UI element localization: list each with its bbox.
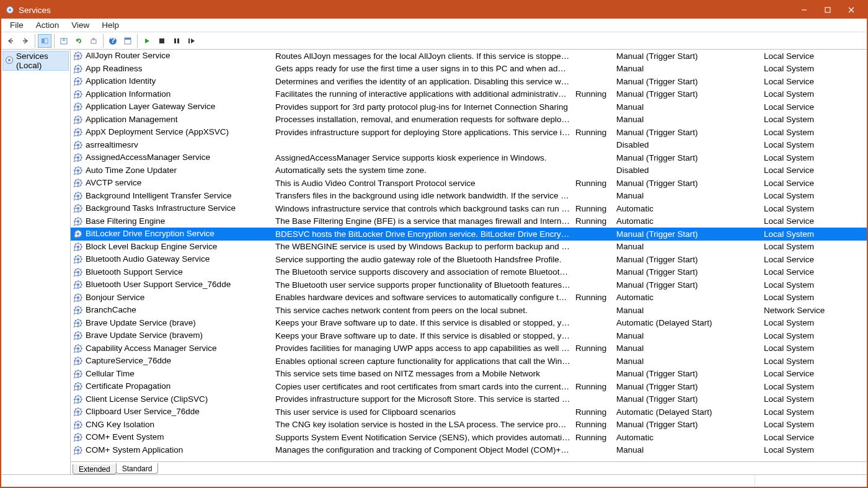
- table-row[interactable]: Client License Service (ClipSVC)Provides…: [71, 393, 867, 406]
- table-row[interactable]: Application ManagementProcesses installa…: [71, 113, 867, 126]
- service-status: Running: [573, 202, 614, 215]
- svg-line-129: [74, 161, 75, 162]
- svg-line-357: [74, 402, 75, 404]
- svg-point-92: [74, 120, 78, 123]
- close-button[interactable]: [839, 2, 863, 17]
- service-description: Keeps your Brave software up to date. If…: [273, 317, 573, 330]
- svg-line-177: [74, 212, 75, 213]
- refresh-button[interactable]: [72, 34, 86, 48]
- menu-help[interactable]: Help: [97, 20, 124, 30]
- table-row[interactable]: Application IdentityDetermines and verif…: [71, 75, 867, 88]
- service-status: [573, 241, 614, 254]
- tree-node-services-local[interactable]: Services (Local): [2, 51, 69, 71]
- service-log-on-as: Local System: [761, 317, 867, 330]
- table-row[interactable]: Auto Time Zone UpdaterAutomatically sets…: [71, 164, 867, 177]
- table-row[interactable]: Base Filtering EngineThe Base Filtering …: [71, 215, 867, 228]
- menu-file[interactable]: File: [5, 20, 29, 30]
- service-log-on-as: Local Service: [761, 215, 867, 228]
- table-row[interactable]: App ReadinessGets apps ready for use the…: [71, 63, 867, 76]
- table-row[interactable]: Background Tasks Infrastructure ServiceW…: [71, 202, 867, 215]
- window-titlebar[interactable]: Services: [1, 1, 867, 19]
- service-description: Provides infrastructure support for depl…: [273, 126, 573, 139]
- service-name: BranchCache: [86, 305, 136, 314]
- tab-extended[interactable]: Extended: [73, 464, 117, 474]
- service-gear-icon: [73, 318, 83, 328]
- table-row[interactable]: CNG Key IsolationThe CNG key isolation s…: [71, 419, 867, 432]
- service-name: COM+ Event System: [86, 432, 164, 441]
- table-row[interactable]: Bluetooth User Support Service_76ddeThe …: [71, 278, 867, 291]
- service-description: Facilitates the running of interactive a…: [273, 88, 573, 101]
- table-row[interactable]: Brave Update Service (bravem)Keeps your …: [71, 329, 867, 342]
- service-gear-icon: [73, 344, 83, 353]
- table-row[interactable]: Bonjour ServiceEnables hardware devices …: [71, 291, 867, 304]
- table-row[interactable]: Bluetooth Support ServiceThe Bluetooth s…: [71, 266, 867, 279]
- export-list-button[interactable]: [57, 34, 71, 48]
- table-row[interactable]: Certificate PropagationCopies user certi…: [71, 380, 867, 393]
- start-service-button[interactable]: [140, 34, 154, 48]
- svg-line-405: [74, 453, 75, 455]
- service-gear-icon: [73, 280, 83, 290]
- table-row[interactable]: AssignedAccessManager ServiceAssignedAcc…: [71, 151, 867, 164]
- table-row[interactable]: Brave Update Service (brave)Keeps your B…: [71, 317, 867, 330]
- service-description: [273, 139, 573, 152]
- service-name: Auto Time Zone Updater: [86, 166, 177, 175]
- service-description: Routes AllJoyn messages for the local Al…: [273, 50, 573, 63]
- export-button[interactable]: [87, 34, 100, 48]
- restart-service-button[interactable]: [185, 34, 198, 48]
- service-description: Supports System Event Notification Servi…: [273, 431, 573, 444]
- table-row[interactable]: COM+ System ApplicationManages the confi…: [71, 444, 867, 457]
- service-name: Bluetooth Audio Gateway Service: [86, 254, 210, 264]
- back-button[interactable]: [4, 34, 17, 48]
- service-description: Provides infrastructure support for the …: [273, 393, 573, 406]
- table-row[interactable]: Application Layer Gateway ServiceProvide…: [71, 100, 867, 113]
- table-row[interactable]: BranchCacheThis service caches network c…: [71, 304, 867, 317]
- minimize-button[interactable]: [792, 2, 816, 17]
- menu-view[interactable]: View: [66, 20, 94, 30]
- service-description: The Bluetooth service supports discovery…: [273, 266, 573, 279]
- table-row[interactable]: Block Level Backup Engine ServiceThe WBE…: [71, 241, 867, 254]
- service-log-on-as: Local System: [761, 241, 867, 254]
- service-status: [573, 151, 614, 164]
- service-startup-type: Manual (Trigger Start): [614, 88, 761, 101]
- service-description: The Bluetooth user service supports prop…: [273, 278, 573, 291]
- service-startup-type: Manual (Trigger Start): [614, 393, 761, 406]
- stop-service-button[interactable]: [155, 34, 169, 48]
- menu-action[interactable]: Action: [31, 20, 64, 30]
- table-row[interactable]: AVCTP serviceThis is Audio Video Control…: [71, 177, 867, 190]
- svg-point-212: [74, 247, 78, 251]
- pause-service-button[interactable]: [170, 34, 184, 48]
- service-gear-icon: [73, 305, 83, 315]
- table-row[interactable]: Clipboard User Service_76ddeThis user se…: [71, 406, 867, 419]
- properties-button[interactable]: [121, 34, 135, 48]
- service-startup-type: Manual (Trigger Start): [614, 253, 761, 266]
- service-gear-icon: [73, 115, 83, 125]
- svg-point-368: [74, 412, 78, 415]
- tab-standard[interactable]: Standard: [116, 463, 159, 474]
- table-row[interactable]: Application InformationFacilitates the r…: [71, 88, 867, 101]
- table-row[interactable]: CaptureService_76ddeEnables optional scr…: [71, 355, 867, 368]
- services-list[interactable]: AllJoyn Router ServiceRoutes AllJoyn mes…: [71, 50, 867, 461]
- table-row[interactable]: AllJoyn Router ServiceRoutes AllJoyn mes…: [71, 50, 867, 63]
- service-gear-icon: [73, 267, 83, 277]
- service-gear-icon: [73, 64, 83, 74]
- help-button[interactable]: ?: [106, 34, 120, 48]
- show-hide-tree-button[interactable]: [38, 34, 51, 48]
- svg-line-141: [74, 174, 75, 175]
- table-row[interactable]: asrrealtimesrvDisabledLocal System: [71, 139, 867, 152]
- table-row[interactable]: Bluetooth Audio Gateway ServiceService s…: [71, 253, 867, 266]
- service-description: Manages the configuration and tracking o…: [273, 444, 573, 457]
- svg-line-333: [74, 377, 75, 378]
- service-log-on-as: Local Service: [761, 177, 867, 190]
- table-row[interactable]: BitLocker Drive Encryption ServiceBDESVC…: [71, 228, 867, 241]
- maximize-button[interactable]: [816, 2, 839, 17]
- table-row[interactable]: Background Intelligent Transfer ServiceT…: [71, 190, 867, 203]
- forward-button[interactable]: [19, 34, 32, 48]
- service-name: Cellular Time: [86, 369, 135, 378]
- table-row[interactable]: COM+ Event SystemSupports System Event N…: [71, 431, 867, 444]
- service-gear-icon: [73, 394, 83, 404]
- table-row[interactable]: AppX Deployment Service (AppXSVC)Provide…: [71, 126, 867, 139]
- service-name: Capability Access Manager Service: [86, 344, 217, 353]
- service-log-on-as: Local Service: [761, 50, 867, 63]
- table-row[interactable]: Capability Access Manager ServiceProvide…: [71, 342, 867, 355]
- table-row[interactable]: Cellular TimeThis service sets time base…: [71, 368, 867, 381]
